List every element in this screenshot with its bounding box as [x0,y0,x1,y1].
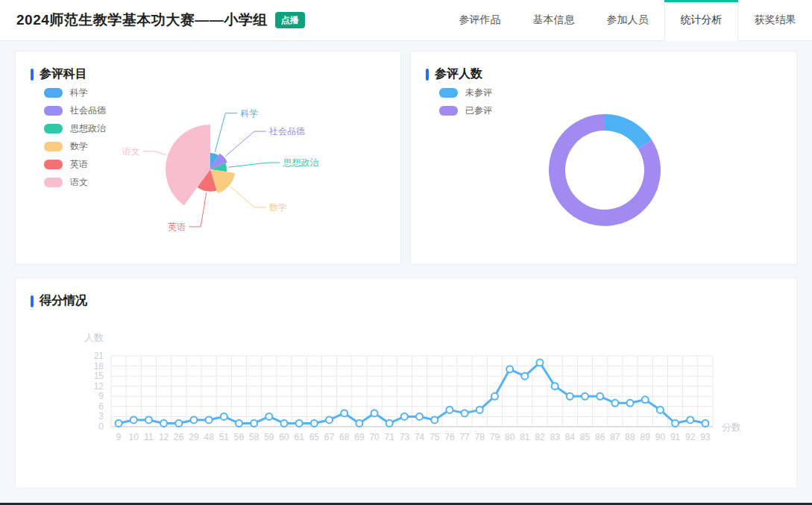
data-point-68[interactable] [341,410,347,416]
x-tick-label: 78 [475,432,485,442]
tab-basic-info[interactable]: 基本信息 [517,0,591,41]
x-tick-label: 69 [354,432,365,442]
data-point-85[interactable] [582,393,588,400]
legend-item-社会品德[interactable]: 社会品德 [44,105,106,116]
x-tick-label: 71 [385,432,395,442]
data-point-91[interactable] [672,420,679,427]
tab-statistics[interactable]: 统计分析 [664,0,738,41]
legend-item-未参评[interactable]: 未参评 [439,87,492,98]
x-tick-label: 65 [309,432,320,442]
data-point-80[interactable] [506,366,513,373]
data-point-11[interactable] [145,416,152,423]
x-tick-label: 9 [116,432,122,442]
x-tick-label: 90 [655,432,666,442]
data-point-10[interactable] [130,416,137,423]
data-point-86[interactable] [597,393,603,400]
data-point-82[interactable] [536,360,543,366]
legend-item-英语[interactable]: 英语 [44,159,106,169]
data-point-61[interactable] [296,420,303,427]
x-tick-label: 83 [550,432,560,442]
page-title: 2024师范生教学基本功大赛——小学组 [16,10,268,30]
x-tick-label: 80 [505,432,515,442]
data-point-89[interactable] [642,396,649,403]
data-point-90[interactable] [657,407,664,413]
x-tick-label: 77 [459,432,470,442]
pie-label-语文: 语文 [122,146,140,157]
x-tick-label: 58 [249,432,259,442]
legend-item-已参评[interactable]: 已参评 [439,105,492,116]
participation-title-text: 参评人数 [435,66,482,82]
data-point-76[interactable] [446,407,453,413]
x-tick-label: 29 [189,432,199,442]
pie-label-数学: 数学 [269,202,287,213]
data-point-77[interactable] [462,410,468,416]
data-point-65[interactable] [311,420,318,427]
donut-segment-未参评[interactable] [605,114,652,149]
legend-swatch [44,106,63,116]
y-tick-label: 21 [94,351,104,361]
x-tick-label: 79 [490,432,500,442]
data-point-56[interactable] [236,420,242,427]
tab-participants[interactable]: 参加人员 [591,0,664,41]
data-point-73[interactable] [401,413,408,420]
data-point-87[interactable] [611,400,618,407]
data-point-58[interactable] [251,420,257,427]
y-tick-label: 0 [98,421,104,432]
tab-entries[interactable]: 参评作品 [443,0,517,41]
header: 2024师范生教学基本功大赛——小学组 点播 参评作品 基本信息 参加人员 统计… [0,0,812,41]
data-point-84[interactable] [567,393,573,400]
data-point-70[interactable] [371,410,378,416]
data-point-9[interactable] [116,420,122,427]
legend-item-思想政治[interactable]: 思想政治 [44,123,106,134]
y-axis-name: 人数 [84,332,104,343]
data-point-12[interactable] [160,420,167,427]
legend-label: 思想政治 [70,122,106,135]
data-point-81[interactable] [521,373,528,380]
data-point-29[interactable] [190,416,197,423]
data-point-59[interactable] [265,413,272,420]
data-point-78[interactable] [476,407,483,413]
legend-item-数学[interactable]: 数学 [44,141,106,151]
subjects-legend: 科学社会品德思想政治数学英语语文 [44,87,106,195]
data-point-26[interactable] [175,420,182,427]
data-point-93[interactable] [702,420,708,427]
data-point-69[interactable] [356,420,362,427]
pie-label-line-思想政治 [228,163,280,167]
data-point-92[interactable] [687,416,693,423]
data-point-51[interactable] [221,413,227,420]
legend-item-语文[interactable]: 语文 [44,177,106,187]
x-tick-label: 92 [685,432,696,442]
legend-label: 社会品德 [70,104,106,117]
pie-slice-语文[interactable] [166,125,210,206]
pie-label-科学: 科学 [239,108,258,119]
participation-legend: 未参评已参评 [439,87,492,123]
x-tick-label: 87 [610,432,620,442]
x-tick-label: 67 [324,432,335,442]
tab-awards[interactable]: 获奖结果 [738,0,812,41]
legend-swatch [439,88,458,98]
legend-swatch [44,124,63,134]
x-tick-label: 86 [595,432,605,442]
x-tick-label: 59 [264,432,274,442]
data-point-48[interactable] [206,416,213,423]
x-axis-name: 分数 [722,421,741,433]
y-tick-label: 18 [94,361,104,371]
subjects-panel-title: 参评科目 [31,66,87,82]
data-point-75[interactable] [431,416,438,423]
data-point-67[interactable] [326,416,333,423]
participation-panel-title: 参评人数 [426,66,482,82]
x-tick-label: 48 [204,432,214,442]
data-point-79[interactable] [491,393,498,400]
legend-swatch [44,160,63,169]
data-point-71[interactable] [386,420,393,427]
pie-label-思想政治: 思想政治 [283,157,318,168]
data-point-74[interactable] [416,413,423,420]
legend-item-科学[interactable]: 科学 [44,87,106,98]
data-point-60[interactable] [281,420,288,427]
x-tick-label: 85 [580,432,591,442]
x-tick-label: 74 [415,432,425,442]
scores-title-text: 得分情况 [40,293,87,309]
pie-label-line-语文 [143,151,166,155]
data-point-83[interactable] [552,383,558,389]
data-point-88[interactable] [627,400,634,407]
